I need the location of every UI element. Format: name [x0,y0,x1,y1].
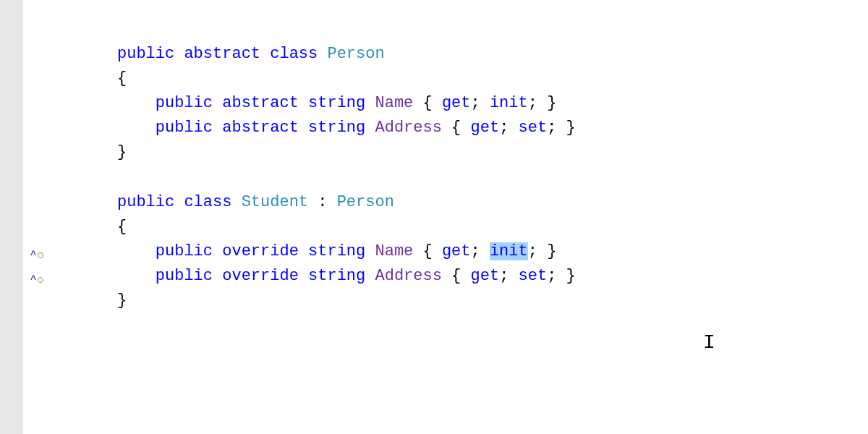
indicator-margin: ^ ^ [23,0,52,434]
keyword: init [490,94,528,112]
property-name: Address [375,119,441,137]
keyword: public [156,94,213,112]
keyword: get [471,267,500,285]
selected-text: init [490,242,528,260]
keyword: string [308,119,365,137]
keyword: abstract [222,94,299,112]
brace: { [117,218,127,236]
code-editor[interactable]: public abstract class Person { public ab… [52,0,868,434]
keyword: public [156,242,213,260]
lightbulb-icon [38,252,43,258]
brace: } [566,119,576,137]
keyword: get [442,242,471,260]
keyword: abstract [222,119,299,137]
type-name: Student [242,193,308,211]
brace: { [423,94,433,112]
type-name: Person [327,45,384,63]
caret-up-icon: ^ [30,250,36,260]
caret-up-icon: ^ [30,275,36,285]
brace: } [117,292,127,310]
keyword: override [222,242,299,260]
semicolon: ; [471,94,480,112]
keyword: get [442,94,471,112]
colon: : [318,193,327,211]
keyword: string [308,267,365,285]
keyword: public [117,45,174,63]
suggestion-indicator[interactable]: ^ [30,250,43,260]
lightbulb-icon [38,277,43,283]
brace: { [451,119,461,137]
text-cursor-icon: I [703,327,715,358]
brace: } [547,94,556,112]
keyword: class [184,193,231,211]
keyword: set [519,119,548,137]
suggestion-indicator[interactable]: ^ [30,275,43,285]
brace: } [117,143,127,161]
keyword: set [519,267,548,285]
brace: { [423,242,433,260]
property-name: Address [375,267,441,285]
brace: { [451,267,461,285]
keyword: string [308,242,365,260]
semicolon: ; [547,267,556,285]
keyword: override [222,267,299,285]
semicolon: ; [499,119,509,137]
brace: { [117,69,127,88]
property-name: Name [375,94,413,112]
semicolon: ; [528,242,537,260]
type-name: Person [337,193,394,211]
keyword: class [270,45,318,63]
semicolon: ; [547,119,556,137]
semicolon: ; [499,267,509,285]
keyword: public [156,119,213,137]
brace: } [566,267,576,285]
scrollbar-gutter[interactable] [0,0,23,434]
semicolon: ; [528,94,537,112]
brace: } [547,242,556,260]
property-name: Name [375,242,413,260]
keyword: public [117,193,174,211]
keyword: public [156,267,213,285]
semicolon: ; [471,242,480,260]
keyword: get [471,119,500,137]
keyword: string [308,94,365,112]
keyword: abstract [184,45,260,63]
